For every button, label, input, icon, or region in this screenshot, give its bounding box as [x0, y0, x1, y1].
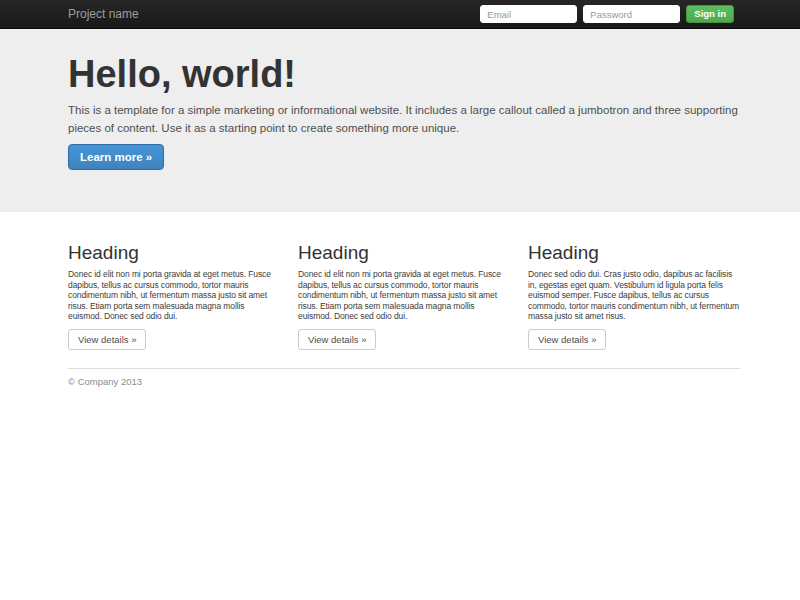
navbar-inner: Project name Sign in: [68, 0, 740, 28]
copyright-text: © Company 2013: [68, 376, 740, 387]
column-body: Donec id elit non mi porta gravida at eg…: [298, 269, 510, 322]
navbar: Project name Sign in: [0, 0, 800, 29]
jumbotron: Hello, world! This is a template for a s…: [0, 29, 800, 212]
footer-divider: [68, 368, 740, 369]
jumbotron-title: Hello, world!: [68, 53, 740, 95]
jumbotron-container: Hello, world! This is a template for a s…: [68, 53, 740, 170]
view-details-button-3[interactable]: View details »: [528, 329, 606, 350]
view-details-button-2[interactable]: View details »: [298, 329, 376, 350]
learn-more-button[interactable]: Learn more »: [68, 144, 164, 170]
column-heading: Heading: [528, 242, 740, 264]
footer: © Company 2013: [68, 368, 740, 387]
view-details-button-1[interactable]: View details »: [68, 329, 146, 350]
page: Project name Sign in Hello, world! This …: [0, 0, 800, 600]
marketing-column-2: Heading Donec id elit non mi porta gravi…: [298, 242, 510, 350]
marketing-column-1: Heading Donec id elit non mi porta gravi…: [68, 242, 280, 350]
marketing-column-3: Heading Donec sed odio dui. Cras justo o…: [528, 242, 740, 350]
column-body: Donec id elit non mi porta gravida at eg…: [68, 269, 280, 322]
email-input[interactable]: [480, 5, 577, 23]
jumbotron-description: This is a template for a simple marketin…: [68, 101, 752, 137]
signin-button[interactable]: Sign in: [686, 5, 734, 23]
navbar-brand[interactable]: Project name: [68, 0, 139, 29]
column-heading: Heading: [68, 242, 280, 264]
column-body: Donec sed odio dui. Cras justo odio, dap…: [528, 269, 740, 322]
column-heading: Heading: [298, 242, 510, 264]
marketing-row: Heading Donec id elit non mi porta gravi…: [68, 242, 740, 350]
password-input[interactable]: [583, 5, 680, 23]
content-container: Heading Donec id elit non mi porta gravi…: [68, 242, 740, 387]
signin-form: Sign in: [480, 5, 734, 23]
